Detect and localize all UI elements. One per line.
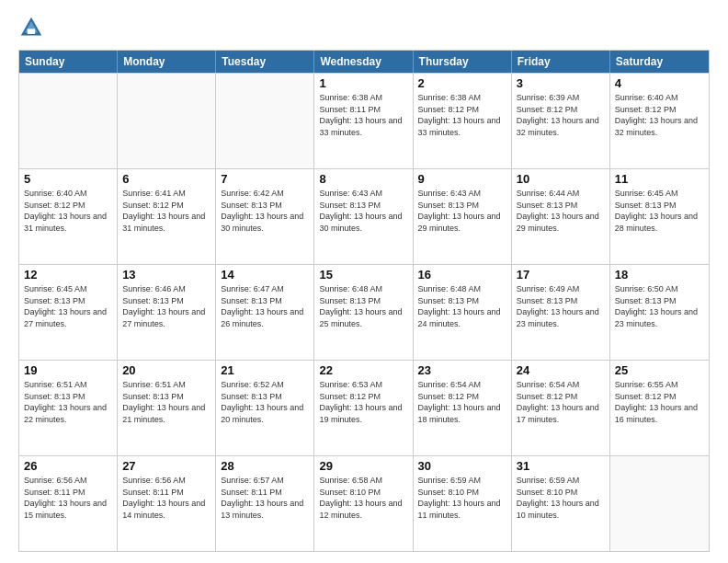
calendar-day-28: 28Sunrise: 6:57 AM Sunset: 8:11 PM Dayli… [216, 456, 314, 551]
calendar-day-20: 20Sunrise: 6:51 AM Sunset: 8:13 PM Dayli… [118, 361, 216, 455]
day-info: Sunrise: 6:54 AM Sunset: 8:12 PM Dayligh… [517, 379, 605, 425]
day-info: Sunrise: 6:45 AM Sunset: 8:13 PM Dayligh… [615, 188, 704, 234]
day-info: Sunrise: 6:56 AM Sunset: 8:11 PM Dayligh… [122, 475, 210, 521]
day-number: 19 [24, 363, 112, 377]
calendar-day-25: 25Sunrise: 6:55 AM Sunset: 8:12 PM Dayli… [610, 361, 709, 455]
page: SundayMondayTuesdayWednesdayThursdayFrid… [0, 0, 728, 563]
day-info: Sunrise: 6:41 AM Sunset: 8:12 PM Dayligh… [122, 188, 210, 234]
calendar-day-31: 31Sunrise: 6:59 AM Sunset: 8:10 PM Dayli… [512, 456, 610, 551]
day-number: 16 [418, 268, 506, 282]
calendar-day-3: 3Sunrise: 6:39 AM Sunset: 8:12 PM Daylig… [512, 74, 610, 168]
calendar-week-2: 5Sunrise: 6:40 AM Sunset: 8:12 PM Daylig… [19, 168, 709, 264]
day-info: Sunrise: 6:49 AM Sunset: 8:13 PM Dayligh… [517, 283, 605, 329]
day-info: Sunrise: 6:59 AM Sunset: 8:10 PM Dayligh… [517, 475, 605, 521]
calendar-day-30: 30Sunrise: 6:59 AM Sunset: 8:10 PM Dayli… [414, 456, 512, 551]
calendar-empty-cell [19, 74, 118, 168]
day-info: Sunrise: 6:52 AM Sunset: 8:13 PM Dayligh… [221, 379, 309, 425]
day-number: 18 [615, 268, 704, 282]
day-number: 3 [517, 76, 605, 90]
day-info: Sunrise: 6:43 AM Sunset: 8:13 PM Dayligh… [418, 188, 506, 234]
calendar-week-1: 1Sunrise: 6:38 AM Sunset: 8:11 PM Daylig… [19, 73, 709, 168]
day-info: Sunrise: 6:58 AM Sunset: 8:10 PM Dayligh… [319, 475, 407, 521]
day-number: 21 [221, 363, 309, 377]
calendar-day-24: 24Sunrise: 6:54 AM Sunset: 8:12 PM Dayli… [512, 361, 610, 455]
day-info: Sunrise: 6:44 AM Sunset: 8:13 PM Dayligh… [517, 188, 605, 234]
day-info: Sunrise: 6:40 AM Sunset: 8:12 PM Dayligh… [24, 188, 112, 234]
calendar-day-5: 5Sunrise: 6:40 AM Sunset: 8:12 PM Daylig… [19, 169, 118, 264]
day-info: Sunrise: 6:53 AM Sunset: 8:12 PM Dayligh… [319, 379, 407, 425]
header-day-tuesday: Tuesday [216, 51, 314, 73]
day-info: Sunrise: 6:48 AM Sunset: 8:13 PM Dayligh… [418, 283, 506, 329]
header-day-wednesday: Wednesday [314, 51, 413, 73]
header-day-sunday: Sunday [19, 51, 118, 73]
calendar-day-17: 17Sunrise: 6:49 AM Sunset: 8:13 PM Dayli… [512, 265, 610, 360]
day-info: Sunrise: 6:57 AM Sunset: 8:11 PM Dayligh… [221, 475, 309, 521]
calendar-empty-cell [216, 74, 314, 168]
day-info: Sunrise: 6:55 AM Sunset: 8:12 PM Dayligh… [615, 379, 704, 425]
day-number: 4 [615, 76, 704, 90]
svg-rect-2 [28, 29, 35, 34]
calendar-day-19: 19Sunrise: 6:51 AM Sunset: 8:13 PM Dayli… [19, 361, 118, 455]
day-info: Sunrise: 6:40 AM Sunset: 8:12 PM Dayligh… [615, 92, 704, 138]
day-number: 15 [319, 268, 407, 282]
day-number: 14 [221, 268, 309, 282]
day-number: 7 [221, 172, 309, 186]
day-number: 10 [517, 172, 605, 186]
day-info: Sunrise: 6:48 AM Sunset: 8:13 PM Dayligh… [319, 283, 407, 329]
calendar-week-3: 12Sunrise: 6:45 AM Sunset: 8:13 PM Dayli… [19, 264, 709, 360]
calendar-day-22: 22Sunrise: 6:53 AM Sunset: 8:12 PM Dayli… [314, 361, 413, 455]
day-info: Sunrise: 6:42 AM Sunset: 8:13 PM Dayligh… [221, 188, 309, 234]
header [18, 15, 710, 40]
day-number: 8 [319, 172, 407, 186]
day-info: Sunrise: 6:43 AM Sunset: 8:13 PM Dayligh… [319, 188, 407, 234]
calendar-day-2: 2Sunrise: 6:38 AM Sunset: 8:12 PM Daylig… [414, 74, 512, 168]
header-day-friday: Friday [512, 51, 610, 73]
calendar-day-16: 16Sunrise: 6:48 AM Sunset: 8:13 PM Dayli… [414, 265, 512, 360]
day-number: 23 [418, 363, 506, 377]
day-number: 17 [517, 268, 605, 282]
calendar-empty-cell [610, 456, 709, 551]
calendar-day-10: 10Sunrise: 6:44 AM Sunset: 8:13 PM Dayli… [512, 169, 610, 264]
logo-icon [18, 15, 44, 40]
day-info: Sunrise: 6:38 AM Sunset: 8:12 PM Dayligh… [418, 92, 506, 138]
day-number: 24 [517, 363, 605, 377]
calendar-day-27: 27Sunrise: 6:56 AM Sunset: 8:11 PM Dayli… [118, 456, 216, 551]
calendar-week-4: 19Sunrise: 6:51 AM Sunset: 8:13 PM Dayli… [19, 360, 709, 455]
day-number: 26 [24, 459, 112, 473]
calendar-empty-cell [118, 74, 216, 168]
day-number: 13 [122, 268, 210, 282]
day-info: Sunrise: 6:38 AM Sunset: 8:11 PM Dayligh… [319, 92, 407, 138]
calendar-day-7: 7Sunrise: 6:42 AM Sunset: 8:13 PM Daylig… [216, 169, 314, 264]
day-info: Sunrise: 6:51 AM Sunset: 8:13 PM Dayligh… [122, 379, 210, 425]
calendar-body: 1Sunrise: 6:38 AM Sunset: 8:11 PM Daylig… [19, 73, 709, 551]
day-number: 31 [517, 459, 605, 473]
day-info: Sunrise: 6:54 AM Sunset: 8:12 PM Dayligh… [418, 379, 506, 425]
day-number: 30 [418, 459, 506, 473]
day-number: 27 [122, 459, 210, 473]
calendar-day-14: 14Sunrise: 6:47 AM Sunset: 8:13 PM Dayli… [216, 265, 314, 360]
calendar-day-6: 6Sunrise: 6:41 AM Sunset: 8:12 PM Daylig… [118, 169, 216, 264]
day-number: 28 [221, 459, 309, 473]
calendar-day-8: 8Sunrise: 6:43 AM Sunset: 8:13 PM Daylig… [314, 169, 413, 264]
day-info: Sunrise: 6:59 AM Sunset: 8:10 PM Dayligh… [418, 475, 506, 521]
logo [18, 15, 48, 40]
day-info: Sunrise: 6:50 AM Sunset: 8:13 PM Dayligh… [615, 283, 704, 329]
day-info: Sunrise: 6:47 AM Sunset: 8:13 PM Dayligh… [221, 283, 309, 329]
calendar-day-29: 29Sunrise: 6:58 AM Sunset: 8:10 PM Dayli… [314, 456, 413, 551]
calendar-day-26: 26Sunrise: 6:56 AM Sunset: 8:11 PM Dayli… [19, 456, 118, 551]
calendar: SundayMondayTuesdayWednesdayThursdayFrid… [18, 50, 710, 552]
header-day-saturday: Saturday [610, 51, 709, 73]
day-info: Sunrise: 6:45 AM Sunset: 8:13 PM Dayligh… [24, 283, 112, 329]
day-info: Sunrise: 6:39 AM Sunset: 8:12 PM Dayligh… [517, 92, 605, 138]
calendar-header: SundayMondayTuesdayWednesdayThursdayFrid… [19, 51, 709, 73]
day-number: 25 [615, 363, 704, 377]
day-number: 29 [319, 459, 407, 473]
calendar-week-5: 26Sunrise: 6:56 AM Sunset: 8:11 PM Dayli… [19, 455, 709, 551]
header-day-monday: Monday [118, 51, 216, 73]
day-number: 12 [24, 268, 112, 282]
calendar-day-13: 13Sunrise: 6:46 AM Sunset: 8:13 PM Dayli… [118, 265, 216, 360]
day-info: Sunrise: 6:56 AM Sunset: 8:11 PM Dayligh… [24, 475, 112, 521]
day-number: 2 [418, 76, 506, 90]
day-number: 9 [418, 172, 506, 186]
calendar-day-12: 12Sunrise: 6:45 AM Sunset: 8:13 PM Dayli… [19, 265, 118, 360]
